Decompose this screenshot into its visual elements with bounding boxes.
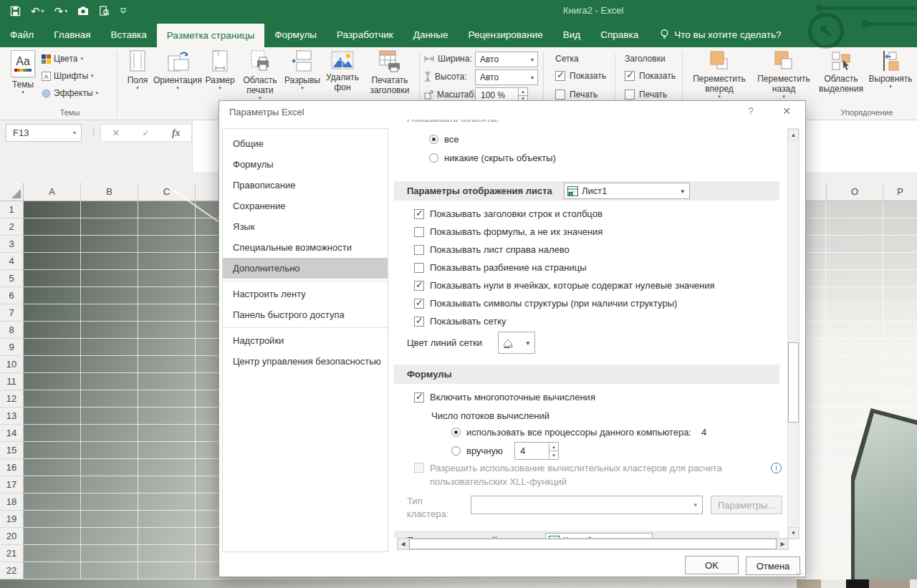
row-header[interactable]: 6: [0, 287, 23, 304]
dialog-horizontal-scrollbar[interactable]: ◀ ▶: [397, 538, 789, 550]
gridlines-print-checkbox[interactable]: Печать: [555, 90, 597, 100]
scrollbar-thumb[interactable]: [788, 342, 799, 423]
customize-qat-button[interactable]: [120, 8, 127, 14]
row-header[interactable]: 18: [0, 493, 23, 511]
send-backward-button[interactable]: Переместить назад ▾: [752, 50, 815, 100]
headings-print-checkbox[interactable]: Печать: [625, 90, 667, 100]
camera-button[interactable]: [77, 6, 89, 16]
radio-manual-threads[interactable]: вручную: [451, 445, 503, 456]
checkbox[interactable]: [625, 71, 635, 81]
theme-colors-button[interactable]: Цвета▾: [42, 54, 83, 64]
row-header[interactable]: 10: [0, 356, 23, 373]
workbook-selector[interactable]: Книга2 ▾: [545, 533, 653, 539]
grid-color-picker[interactable]: ▾: [498, 332, 535, 354]
headings-view-checkbox[interactable]: Показать: [625, 71, 676, 81]
scroll-right-icon[interactable]: ▶: [777, 539, 788, 549]
checkbox[interactable]: [414, 281, 424, 291]
orientation-button[interactable]: Ориентация ▾: [155, 50, 201, 91]
theme-effects-button[interactable]: Эффекты▾: [42, 88, 98, 98]
row-header[interactable]: 3: [0, 236, 23, 253]
save-button[interactable]: [10, 6, 21, 16]
enter-entry-button[interactable]: ✓: [142, 127, 150, 138]
checkbox[interactable]: [414, 392, 424, 403]
scrollbar-thumb[interactable]: [409, 539, 777, 549]
manual-threads-stepper[interactable]: 4 ▲▼: [514, 442, 559, 460]
spin-up-icon[interactable]: ▲: [519, 88, 527, 95]
checkbox[interactable]: [414, 263, 424, 273]
checkbox-cluster[interactable]: Разрешить использование вычислительных к…: [414, 461, 736, 488]
row-header[interactable]: 9: [0, 339, 23, 356]
tab-formulas[interactable]: Формулы: [264, 21, 327, 47]
row-header[interactable]: 2: [0, 218, 23, 236]
nav-item-addins[interactable]: Надстройки: [223, 330, 388, 351]
cancel-button[interactable]: Отмена: [746, 556, 800, 575]
help-button[interactable]: ?: [742, 105, 759, 120]
print-area-button[interactable]: Область печати ▾: [238, 50, 282, 101]
ok-button[interactable]: OK: [685, 556, 739, 574]
checkbox-right-to-left[interactable]: Показывать лист справа налево: [414, 244, 570, 255]
breaks-button[interactable]: Разрывы ▾: [282, 50, 322, 91]
spinner[interactable]: ▲▼: [549, 443, 558, 459]
checkbox-show-zeros[interactable]: Показывать нули в ячейках, которые содер…: [414, 280, 715, 291]
checkbox-page-breaks[interactable]: Показывать разбиение на страницы: [414, 262, 587, 273]
insert-function-button[interactable]: fx: [172, 127, 181, 139]
tab-file[interactable]: Файл: [0, 21, 44, 47]
checkbox[interactable]: [555, 71, 565, 81]
selection-pane-button[interactable]: Область выделения: [815, 50, 867, 94]
dialog-vertical-scrollbar[interactable]: ▲ ▼: [787, 128, 800, 539]
width-select[interactable]: Авто ▾: [475, 52, 538, 67]
checkbox-show-gridlines[interactable]: Показывать сетку: [414, 316, 506, 327]
row-header[interactable]: 7: [0, 304, 23, 322]
row-header[interactable]: 14: [0, 425, 23, 442]
tab-help[interactable]: Справка: [590, 21, 648, 47]
checkbox[interactable]: [414, 209, 424, 219]
sheet-selector[interactable]: x Лист1 ▾: [564, 183, 690, 199]
spin-down-icon[interactable]: ▼: [549, 450, 558, 459]
row-header[interactable]: 16: [0, 459, 23, 476]
checkbox[interactable]: [414, 245, 424, 255]
close-button[interactable]: ✕: [777, 105, 797, 120]
resize-grip[interactable]: [796, 568, 803, 575]
radio-show-all-objects[interactable]: все: [429, 134, 459, 145]
print-titles-button[interactable]: Печатать заголовки: [364, 50, 416, 95]
select-all-corner[interactable]: [0, 183, 24, 201]
row-header[interactable]: 19: [0, 511, 23, 528]
tab-insert[interactable]: Вставка: [101, 21, 157, 47]
checkbox[interactable]: [414, 227, 424, 237]
checkbox[interactable]: [414, 317, 424, 327]
checkbox-multithreaded-calc[interactable]: Включить многопоточные вычисления: [414, 392, 595, 403]
size-button[interactable]: Размер ▾: [202, 50, 238, 91]
spin-up-icon[interactable]: ▲: [549, 443, 558, 450]
checkbox-outline-symbols[interactable]: Показывать символы структуры (при наличи…: [414, 298, 677, 309]
name-box[interactable]: F13 ▾: [6, 124, 82, 142]
nav-item-save[interactable]: Сохранение: [223, 196, 388, 216]
print-preview-button[interactable]: [99, 6, 110, 16]
row-header[interactable]: 8: [0, 322, 23, 339]
tab-data[interactable]: Данные: [403, 21, 458, 47]
row-header[interactable]: 17: [0, 476, 23, 493]
nav-item-trust-center[interactable]: Центр управления безопасностью: [223, 351, 388, 372]
row-header[interactable]: 11: [0, 373, 23, 390]
cancel-entry-button[interactable]: ✕: [112, 127, 120, 138]
redo-button[interactable]: ↷▾: [54, 6, 68, 16]
row-header[interactable]: 5: [0, 270, 23, 287]
tab-view[interactable]: Вид: [553, 21, 590, 47]
tab-home[interactable]: Главная: [44, 21, 100, 47]
align-button[interactable]: Выровнять ▾: [865, 50, 916, 90]
scroll-up-icon[interactable]: ▲: [788, 129, 799, 140]
nav-item-formulas[interactable]: Формулы: [223, 154, 388, 175]
checkbox[interactable]: [555, 90, 565, 100]
row-header[interactable]: 4: [0, 253, 23, 270]
tab-review[interactable]: Рецензирование: [458, 21, 553, 47]
nav-item-quick-access[interactable]: Панель быстрого доступа: [223, 304, 388, 325]
nav-item-customize-ribbon[interactable]: Настроить ленту: [223, 284, 388, 304]
column-header-b[interactable]: B: [81, 183, 138, 201]
row-header[interactable]: 21: [0, 545, 23, 562]
row-header[interactable]: 12: [0, 390, 23, 408]
info-icon[interactable]: i: [771, 463, 782, 473]
column-header-p[interactable]: P: [883, 183, 917, 201]
bring-forward-button[interactable]: Переместить вперед ▾: [686, 50, 752, 100]
checkbox-show-formulas[interactable]: Показывать формулы, а не их значения: [414, 226, 602, 237]
scroll-left-icon[interactable]: ◀: [398, 539, 408, 549]
column-header-a[interactable]: A: [24, 183, 81, 201]
